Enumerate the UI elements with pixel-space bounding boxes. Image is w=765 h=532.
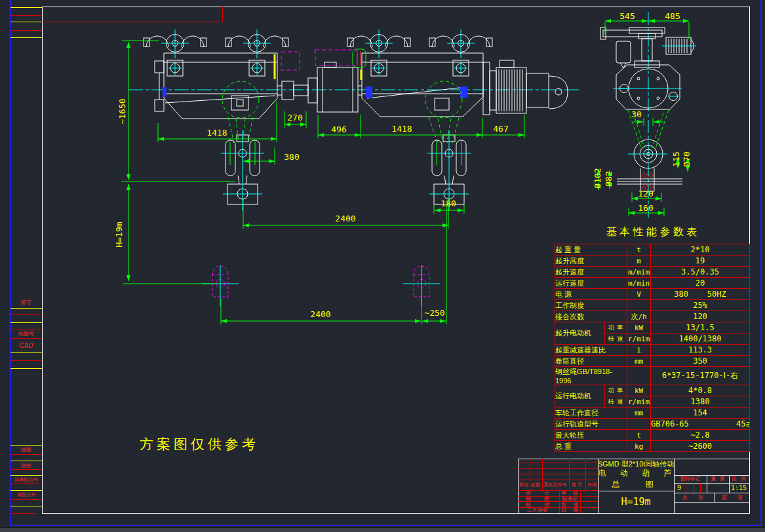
margin-label-old-master-no: 旧底图总号 — [15, 476, 38, 483]
spec-value: 1380 — [651, 396, 750, 408]
titleblock-sheet-no: 第 张 — [722, 494, 743, 501]
dim-label-2400-upper: 2400 — [335, 214, 355, 223]
spec-row: 运行速度m/min20 — [555, 278, 750, 289]
spec-table-title: 基 本 性 能 参 数 表 — [554, 225, 749, 239]
dim-label-1418-left: 1418 — [206, 128, 227, 138]
spec-label: 起升高度 — [555, 256, 627, 267]
spec-unit: m/mim — [627, 267, 651, 278]
spec-row: 起重减速器速比i113.3 — [555, 345, 750, 356]
titleblock-rev-count: 处数 — [531, 482, 540, 488]
titleblock-weight-header: 重 量 — [711, 476, 724, 482]
reference-note: 方案图仅供参考 — [140, 435, 259, 453]
spec-label: 运行电动机 — [555, 385, 605, 408]
spec-label: 起 重 量 — [555, 244, 627, 256]
hoist-body — [155, 53, 568, 119]
titleblock-product-line2: 电 动 葫 芦 — [598, 468, 677, 479]
spec-unit: m/min — [627, 278, 651, 289]
spec-label: 起重减速器速比 — [555, 345, 627, 356]
spec-unit: i — [627, 345, 651, 356]
spec-value: 2*10 — [651, 244, 750, 256]
spec-unit: m — [627, 256, 651, 267]
titleblock-role-date: 日 期 — [561, 506, 578, 514]
titleblock-mark-value: 9 — [677, 484, 681, 491]
spec-value: ~2600 — [651, 441, 750, 452]
spec-value: 380 50HZ — [651, 289, 750, 300]
spec-label: 最大轮压 — [555, 430, 627, 441]
spec-unit: t — [627, 244, 651, 256]
spec-unit: r/mim — [627, 396, 651, 408]
margin-label-tracing-check: 描校 — [21, 462, 31, 469]
spec-unit: mm — [627, 408, 651, 419]
spec-value: 20 — [651, 278, 750, 289]
dim-label-180: 180 — [441, 199, 456, 208]
dim-label-270: 270 — [287, 113, 302, 123]
dim-label-2400-lower: 2400 — [310, 309, 330, 319]
dim-label-lift-height: H=19m — [114, 221, 124, 247]
spec-label: 运行轨道型号 — [555, 419, 627, 430]
spec-value: 120 — [651, 311, 750, 322]
dim-label-dia70: Ø70 — [682, 151, 692, 166]
spec-row: 钢丝绳GB/T8918-19966*37-15-1770-Ⅰ-右 — [555, 367, 750, 385]
spec-row: 车轮工作直径mm154 — [555, 408, 750, 419]
dim-label-485: 485 — [665, 11, 680, 21]
spec-value: 13/1.5 — [651, 322, 750, 333]
titleblock-sheet-total: 共 张 — [682, 494, 703, 501]
titleblock-product-line3: 总 图 — [612, 479, 665, 490]
margin-label-cad: CAD — [19, 342, 33, 349]
spec-unit — [627, 367, 651, 385]
dim-label-545: 545 — [619, 11, 635, 21]
spec-value: 6*37-15-1770-Ⅰ-右 — [651, 367, 750, 385]
spec-row: 运行轨道型号GB706-65 45a — [555, 419, 750, 430]
spec-label: 接合次数 — [555, 311, 627, 322]
margin-label-signature: 签字 — [21, 299, 31, 306]
spec-unit — [627, 419, 651, 430]
spec-row: 卷筒直径mm350 — [555, 356, 750, 367]
spec-value: 25% — [651, 300, 750, 311]
spec-label: 起升电动机 — [555, 322, 605, 345]
spec-label: 卷筒直径 — [555, 356, 627, 367]
spec-sublabel: 功 率 — [605, 385, 627, 396]
side-view — [600, 12, 696, 218]
spec-unit: mm — [627, 356, 651, 367]
spec-row: 起升速度m/mim3.5/0.35 — [555, 267, 750, 278]
spec-unit: kW — [627, 322, 651, 333]
titleblock-spec: H=19m — [621, 496, 650, 508]
spec-row: 最大轮压t~2.8 — [555, 430, 750, 441]
spec-value: ~2.8 — [651, 430, 750, 441]
spec-row: 接合次数次/h120 — [555, 311, 750, 322]
dim-label-dia102: Ø102 — [593, 168, 602, 188]
spec-unit: V — [627, 289, 651, 300]
spec-label: 钢丝绳GB/T8918-1996 — [555, 367, 627, 385]
spec-value: 4*0.8 — [651, 385, 750, 396]
spec-label: 工作制度 — [555, 300, 627, 311]
titleblock-rev-mark: 标记 — [519, 482, 528, 488]
dim-label-30: 30 — [631, 109, 642, 119]
titleblock-scale-value: 1:15 — [731, 484, 747, 491]
dim-label-380: 380 — [284, 152, 299, 162]
spec-value: 350 — [651, 356, 750, 367]
spec-label: 电 源 — [555, 289, 627, 300]
electric-box-outline — [281, 50, 357, 70]
spec-unit: t — [627, 430, 651, 441]
spec-row: 运行电动机功 率kW4*0.8 — [555, 385, 750, 396]
titleblock-rev-date: 日期 — [587, 482, 597, 488]
spec-value: 19 — [651, 256, 750, 267]
dim-label-1418-right: 1418 — [391, 124, 412, 134]
spec-label: 总 重 — [555, 441, 627, 452]
spec-unit: r/mim — [627, 333, 651, 345]
spec-row: 起升高度m19 — [555, 256, 750, 267]
dim-label-115: 115 — [671, 151, 681, 166]
spec-label: 起升速度 — [555, 267, 627, 278]
titleblock-role-process: 工艺会签 — [527, 506, 548, 514]
spec-label: 车轮工作直径 — [555, 408, 627, 419]
dim-label-height-approx: ~1650 — [117, 98, 127, 124]
dim-label-120: 120 — [638, 189, 653, 199]
spec-row: 工作制度25% — [555, 300, 750, 311]
margin-label-plot-no: 出图号 — [18, 330, 34, 337]
main-view — [128, 29, 580, 306]
spec-sublabel: 转 速 — [605, 396, 627, 408]
dim-label-496: 496 — [331, 124, 346, 134]
cad-drawing-sheet: 方案图仅供参考 基 本 性 能 参 数 表 起 重 量t2*10起升高度m19起… — [0, 0, 765, 532]
margin-label-tracing: 描图 — [21, 446, 31, 453]
spec-label: 运行速度 — [555, 278, 627, 289]
